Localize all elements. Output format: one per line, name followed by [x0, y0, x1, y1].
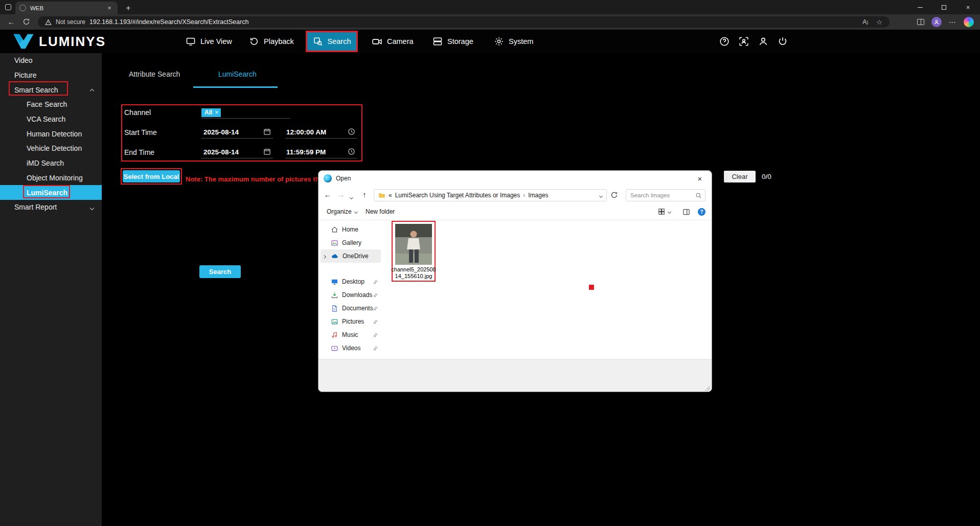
file-item[interactable]: channel5_202508 14_155610.jpg — [392, 221, 436, 282]
read-aloud-icon[interactable]: A) — [862, 18, 868, 26]
place-downloads[interactable]: Downloads — [321, 288, 381, 302]
profile-avatar[interactable] — [931, 17, 942, 27]
sidebar-item-face-search[interactable]: Face Search — [0, 97, 102, 112]
nav-camera[interactable]: Camera — [372, 30, 414, 53]
nav-system[interactable]: System — [494, 30, 533, 53]
place-music[interactable]: Music — [321, 328, 381, 341]
sidebar-item-vca-search[interactable]: VCA Search — [0, 112, 102, 127]
view-mode-icon[interactable] — [658, 208, 671, 215]
dialog-refresh-icon[interactable] — [610, 191, 618, 199]
place-videos[interactable]: Videos — [321, 341, 381, 355]
dialog-navrow: ← → ↑ « LumiSearch Using Target Attribut… — [318, 186, 712, 204]
breadcrumb-current[interactable]: Images — [528, 192, 548, 199]
breadcrumb[interactable]: « LumiSearch Using Target Attributes or … — [374, 189, 607, 201]
power-icon[interactable] — [777, 36, 788, 47]
breadcrumb-path[interactable]: LumiSearch Using Target Attributes or Im… — [395, 192, 520, 199]
clock-icon[interactable] — [348, 148, 355, 155]
browser-menu-icon[interactable]: ⋯ — [949, 18, 956, 26]
sidebar-item-video[interactable]: Video — [0, 53, 102, 68]
tab-actions-icon[interactable] — [5, 4, 11, 10]
place-label: Pictures — [342, 318, 364, 325]
help-icon[interactable] — [719, 36, 730, 47]
sidebar-item-smart-report[interactable]: Smart Report — [0, 200, 102, 215]
calendar-icon[interactable] — [263, 128, 271, 135]
user-icon[interactable] — [758, 36, 769, 47]
dialog-search-box[interactable] — [626, 189, 705, 201]
dialog-help-icon[interactable]: ? — [698, 208, 705, 216]
pin-icon — [373, 279, 378, 285]
face-scan-icon[interactable] — [738, 36, 749, 47]
sidebar-label: Face Search — [27, 100, 67, 108]
address-dropdown-icon[interactable] — [600, 192, 602, 199]
tab-lumisearch[interactable]: LumiSearch — [218, 70, 257, 78]
nav-forward-icon[interactable]: → — [336, 190, 346, 199]
calendar-icon[interactable] — [263, 148, 271, 155]
split-screen-icon[interactable] — [917, 19, 924, 25]
remove-tag-icon[interactable]: × — [215, 109, 218, 116]
channel-tag-label: All — [204, 109, 212, 116]
place-desktop[interactable]: Desktop — [321, 275, 381, 288]
clear-button[interactable]: Clear — [724, 171, 756, 182]
start-date-field[interactable]: 2025-08-14 — [203, 128, 239, 136]
close-window-button[interactable]: × — [956, 0, 980, 14]
nav-history-icon[interactable] — [350, 193, 353, 200]
refresh-icon[interactable] — [22, 18, 33, 27]
browser-tab[interactable]: WEB × — [15, 2, 118, 14]
sidebar-item-smart-search[interactable]: Smart Search — [0, 82, 102, 97]
new-tab-button[interactable]: + — [123, 3, 134, 14]
end-time-field[interactable]: 11:59:59 PM — [286, 148, 326, 156]
tab-title: WEB — [30, 5, 43, 11]
open-file-dialog: Open × ← → ↑ « LumiSearch Using Target A… — [318, 170, 712, 392]
start-time-label: Start Time — [124, 128, 157, 136]
search-button[interactable]: Search — [199, 265, 241, 278]
resize-grip-icon[interactable] — [705, 386, 710, 391]
dialog-search-input[interactable] — [630, 192, 695, 198]
sidebar-item-human-detection[interactable]: Human Detection — [0, 126, 102, 141]
nav-search[interactable]: Search — [307, 32, 356, 51]
nav-storage[interactable]: Storage — [432, 30, 473, 53]
onedrive-icon — [331, 252, 339, 260]
dialog-close-icon[interactable]: × — [688, 171, 712, 186]
sidebar-item-picture[interactable]: Picture — [0, 68, 102, 83]
maximize-button[interactable] — [932, 0, 956, 14]
pictures-icon — [331, 318, 338, 326]
place-onedrive[interactable]: OneDrive — [321, 249, 381, 263]
place-gallery[interactable]: Gallery — [321, 236, 381, 249]
tab-attribute-search[interactable]: Attribute Search — [129, 70, 180, 78]
chevron-right-icon[interactable] — [323, 253, 326, 260]
back-icon[interactable]: ← — [6, 17, 16, 27]
toolbar-separator — [318, 220, 712, 220]
organize-button[interactable]: Organize — [327, 208, 357, 215]
end-date-field[interactable]: 2025-08-14 — [203, 148, 239, 156]
organize-label: Organize — [327, 208, 352, 215]
select-from-local-button[interactable]: Select from Local — [123, 170, 180, 182]
sidebar-item-object-monitoring[interactable]: Object Monitoring — [0, 171, 102, 186]
new-folder-button[interactable]: New folder — [366, 208, 395, 215]
favorite-star-icon[interactable]: ☆ — [876, 18, 882, 26]
nav-back-icon[interactable]: ← — [323, 190, 333, 199]
sidebar-item-vehicle-detection[interactable]: Vehicle Detection — [0, 141, 102, 156]
place-documents[interactable]: Documents — [321, 302, 381, 315]
brand: LUMINYS — [12, 30, 106, 53]
nav-live-view[interactable]: Live View — [186, 30, 232, 53]
sidebar-item-lumisearch[interactable]: LumiSearch — [0, 185, 102, 200]
end-time-label: End Time — [124, 148, 154, 156]
place-pictures[interactable]: Pictures — [321, 315, 381, 328]
place-home[interactable]: Home — [321, 223, 381, 236]
preview-pane-icon[interactable] — [682, 208, 690, 216]
dialog-title: Open — [336, 175, 351, 182]
tab-close-icon[interactable]: × — [105, 4, 113, 12]
sidebar-label: Vehicle Detection — [27, 144, 82, 152]
channel-tag-all[interactable]: All × — [201, 108, 221, 117]
url-field[interactable]: Not secure 192.168.1.193/#/index/reSearc… — [38, 16, 890, 28]
start-date-underline — [201, 138, 273, 139]
clock-icon[interactable] — [348, 128, 355, 135]
sidebar-item-imd-search[interactable]: iMD Search — [0, 156, 102, 171]
breadcrumb-overflow[interactable]: « — [389, 192, 392, 199]
nav-up-icon[interactable]: ↑ — [359, 190, 370, 199]
minimize-button[interactable] — [908, 0, 932, 14]
downloads-icon — [331, 291, 338, 299]
copilot-icon[interactable] — [964, 17, 974, 27]
nav-playback[interactable]: Playback — [249, 30, 294, 53]
start-time-field[interactable]: 12:00:00 AM — [286, 128, 326, 136]
